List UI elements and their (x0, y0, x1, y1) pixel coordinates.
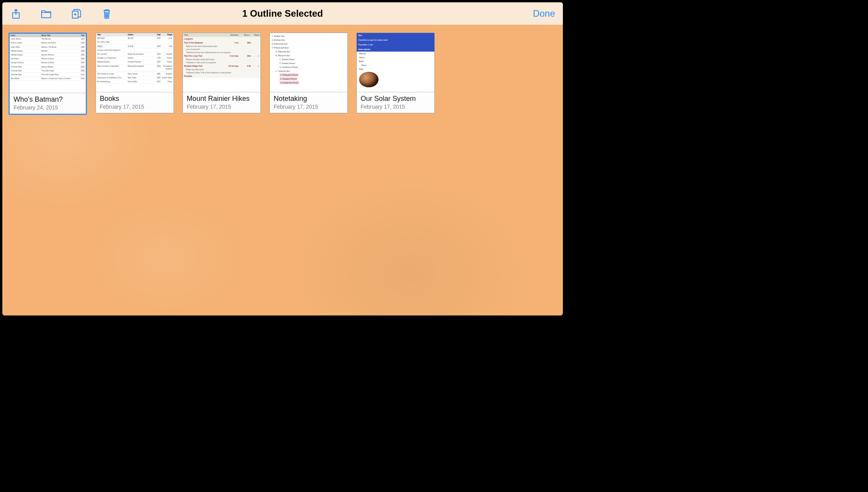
document-title: Who's Batman? (14, 95, 82, 104)
document-card[interactable]: TitleAuthorYearOrigin源氏物語紫式部1000日本The Ta… (95, 33, 174, 113)
document-title: Our Solar System (361, 95, 431, 103)
duplicate-icon[interactable] (71, 8, 82, 19)
document-card[interactable]: ActorMovie TitleYearLewis WilsonThe Batm… (9, 33, 87, 115)
document-thumbnail: SunClassified as type G2 yellow dwarfPop… (357, 33, 434, 92)
document-date: February 17, 2015 (361, 104, 431, 110)
document-date: February 17, 2015 (100, 104, 170, 110)
document-card[interactable]: 1. Hadean Eon2. Archean Eon3. Proterozoi… (269, 33, 348, 113)
trash-icon[interactable] (101, 8, 113, 19)
document-label: Who's Batman?February 24, 2015 (10, 93, 86, 114)
document-title: Notetaking (274, 95, 344, 103)
document-title: Books (100, 95, 170, 103)
device-frame: 1 Outline Selected Done ActorMovie Title… (0, 0, 565, 318)
folder-icon[interactable] (40, 8, 52, 19)
document-label: Our Solar SystemFebruary 17, 2015 (357, 92, 434, 113)
document-thumbnail: TitleAuthorYearOrigin源氏物語紫式部1000日本The Ta… (96, 33, 174, 92)
document-grid: ActorMovie TitleYearLewis WilsonThe Batm… (2, 25, 563, 123)
done-button[interactable]: Done (533, 8, 555, 19)
toolbar-left-group (10, 8, 113, 19)
document-thumbnail: TrailDistanceRoun…HikedLongmireTrail of … (183, 33, 260, 92)
document-date: February 17, 2015 (187, 104, 257, 110)
svg-line-6 (106, 12, 106, 17)
document-label: NotetakingFebruary 17, 2015 (270, 92, 347, 113)
svg-line-8 (108, 12, 108, 17)
document-label: Mount Rainier HikesFebruary 17, 2015 (183, 92, 260, 113)
toolbar-right-group: Done (533, 8, 555, 19)
document-date: February 24, 2015 (14, 104, 82, 111)
document-title: Mount Rainier Hikes (187, 95, 257, 103)
document-thumbnail: ActorMovie TitleYearLewis WilsonThe Batm… (10, 34, 86, 93)
screen: 1 Outline Selected Done ActorMovie Title… (2, 2, 563, 315)
toolbar: 1 Outline Selected Done (2, 2, 563, 25)
document-thumbnail: 1. Hadean Eon2. Archean Eon3. Proterozoi… (270, 33, 347, 92)
document-card[interactable]: TrailDistanceRoun…HikedLongmireTrail of … (182, 33, 261, 113)
document-card[interactable]: SunClassified as type G2 yellow dwarfPop… (356, 33, 435, 113)
document-label: BooksFebruary 17, 2015 (96, 92, 174, 113)
share-icon[interactable] (10, 8, 22, 19)
document-date: February 17, 2015 (274, 104, 344, 110)
